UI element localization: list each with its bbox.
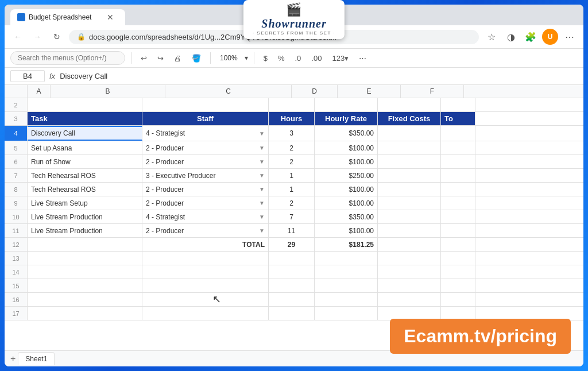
more-options-icon[interactable]: ⋯ bbox=[562, 29, 578, 45]
forward-button[interactable]: → bbox=[30, 29, 45, 44]
cell-rate-8[interactable]: $100.00 bbox=[315, 183, 378, 196]
cell-total-5[interactable] bbox=[441, 141, 475, 154]
cell-c15[interactable] bbox=[142, 279, 269, 292]
cell-hours-9[interactable]: 2 bbox=[269, 196, 315, 210]
cell-total-10[interactable] bbox=[441, 210, 475, 223]
dropdown-icon-10[interactable]: ▼ bbox=[259, 214, 265, 220]
cell-f13[interactable] bbox=[378, 252, 441, 265]
cell-d15[interactable] bbox=[269, 279, 315, 292]
cell-hours-8[interactable]: 1 bbox=[269, 183, 315, 196]
cell-hours-7[interactable]: 1 bbox=[269, 169, 315, 182]
zoom-selector[interactable]: 100% bbox=[216, 53, 241, 63]
cell-d3-hours-header[interactable]: Hours bbox=[269, 112, 315, 125]
cell-d2[interactable] bbox=[269, 98, 315, 111]
decimal-btn-2[interactable]: .00 bbox=[308, 52, 325, 64]
cell-total-4[interactable] bbox=[441, 126, 475, 141]
cell-b17[interactable] bbox=[28, 307, 142, 320]
cell-e16[interactable] bbox=[315, 293, 378, 306]
cell-task-11[interactable]: Live Stream Production bbox=[28, 224, 142, 237]
zoom-chevron[interactable]: ▾ bbox=[245, 54, 248, 62]
back-button[interactable]: ← bbox=[10, 29, 25, 44]
cell-task-4[interactable]: Discovery Call bbox=[28, 126, 142, 141]
cell-c17[interactable] bbox=[142, 307, 269, 320]
cell-fixed-5[interactable] bbox=[378, 141, 441, 154]
col-header-f[interactable]: F bbox=[401, 85, 464, 98]
tab-close-btn[interactable]: ✕ bbox=[107, 13, 114, 22]
dropdown-icon-7[interactable]: ▼ bbox=[259, 172, 265, 179]
cell-rate-4[interactable]: $350.00 bbox=[315, 126, 378, 141]
cell-e2[interactable] bbox=[315, 98, 378, 111]
cell-b16[interactable] bbox=[28, 293, 142, 306]
cell-total-label[interactable]: TOTAL bbox=[142, 238, 269, 251]
cell-f3-fixed-header[interactable]: Fixed Costs bbox=[378, 112, 441, 125]
cell-reference[interactable]: B4 bbox=[10, 70, 45, 82]
cell-task-9[interactable]: Live Stream Setup bbox=[28, 196, 142, 210]
cell-fixed-6[interactable] bbox=[378, 155, 441, 168]
cell-rate-7[interactable]: $250.00 bbox=[315, 169, 378, 182]
cell-staff-7[interactable]: 3 - Executive Producer ▼ bbox=[142, 169, 269, 182]
col-header-e[interactable]: E bbox=[338, 85, 401, 98]
add-sheet-button[interactable]: + bbox=[10, 354, 16, 364]
bookmark-icon[interactable]: ☆ bbox=[483, 29, 500, 45]
cell-staff-6[interactable]: 2 - Producer ▼ bbox=[142, 155, 269, 168]
cell-e13[interactable] bbox=[315, 252, 378, 265]
cell-c16[interactable] bbox=[142, 293, 269, 306]
cell-g15[interactable] bbox=[441, 279, 475, 292]
cell-g16[interactable] bbox=[441, 293, 475, 306]
cell-total-8[interactable] bbox=[441, 183, 475, 196]
theme-icon[interactable]: ◑ bbox=[503, 29, 519, 45]
cell-c3-staff-header[interactable]: Staff bbox=[142, 112, 269, 125]
cell-hours-4[interactable]: 3 bbox=[269, 126, 315, 141]
active-tab[interactable]: Budget Spreadsheet ✕ bbox=[10, 9, 125, 25]
cell-g3-total-header[interactable]: To bbox=[441, 112, 475, 125]
cell-task-10[interactable]: Live Stream Production bbox=[28, 210, 142, 223]
cell-total-7[interactable] bbox=[441, 169, 475, 182]
cell-c2[interactable] bbox=[142, 98, 269, 111]
cell-b12[interactable] bbox=[28, 238, 142, 251]
cell-g13[interactable] bbox=[441, 252, 475, 265]
cell-total-6[interactable] bbox=[441, 155, 475, 168]
cell-b3-task-header[interactable]: Task bbox=[28, 112, 142, 125]
cell-g2[interactable] bbox=[441, 98, 475, 111]
undo-button[interactable]: ↩ bbox=[137, 52, 150, 64]
redo-button[interactable]: ↪ bbox=[154, 52, 167, 64]
formula-input[interactable] bbox=[60, 72, 578, 80]
extensions-icon[interactable]: 🧩 bbox=[523, 29, 539, 45]
cell-g12[interactable] bbox=[441, 238, 475, 251]
dropdown-icon-8[interactable]: ▼ bbox=[259, 186, 265, 192]
cell-rate-6[interactable]: $100.00 bbox=[315, 155, 378, 168]
cell-total-9[interactable] bbox=[441, 196, 475, 210]
cell-b2[interactable] bbox=[28, 98, 142, 111]
cell-fixed-8[interactable] bbox=[378, 183, 441, 196]
more-toolbar-button[interactable]: ⋯ bbox=[355, 52, 370, 64]
cell-b14[interactable] bbox=[28, 265, 142, 279]
cell-staff-11[interactable]: 2 - Producer ▼ bbox=[142, 224, 269, 237]
print-button[interactable]: 🖨 bbox=[171, 52, 185, 64]
dropdown-icon-4[interactable]: ▼ bbox=[259, 130, 265, 137]
cell-f2[interactable] bbox=[378, 98, 441, 111]
cell-task-7[interactable]: Tech Rehearsal ROS bbox=[28, 169, 142, 182]
cell-staff-8[interactable]: 2 - Producer ▼ bbox=[142, 183, 269, 196]
sheets-search-input[interactable] bbox=[10, 51, 125, 65]
cell-task-8[interactable]: Tech Rehearsal ROS bbox=[28, 183, 142, 196]
cell-d17[interactable] bbox=[269, 307, 315, 320]
cell-fixed-4[interactable] bbox=[378, 126, 441, 141]
cell-f15[interactable] bbox=[378, 279, 441, 292]
cell-staff-9[interactable]: 2 - Producer ▼ bbox=[142, 196, 269, 210]
profile-avatar[interactable]: U bbox=[542, 29, 558, 45]
cell-e14[interactable] bbox=[315, 265, 378, 279]
cell-total-hours[interactable]: 29 bbox=[269, 238, 315, 251]
dropdown-icon-11[interactable]: ▼ bbox=[259, 227, 265, 234]
cell-hours-6[interactable]: 2 bbox=[269, 155, 315, 168]
cell-rate-10[interactable]: $350.00 bbox=[315, 210, 378, 223]
cell-hours-11[interactable]: 11 bbox=[269, 224, 315, 237]
cell-hours-5[interactable]: 2 bbox=[269, 141, 315, 154]
format-123-button[interactable]: 123▾ bbox=[328, 52, 352, 64]
cell-d14[interactable] bbox=[269, 265, 315, 279]
cell-e3-rate-header[interactable]: Hourly Rate bbox=[315, 112, 378, 125]
dropdown-icon-9[interactable]: ▼ bbox=[259, 200, 265, 206]
col-header-b[interactable]: B bbox=[51, 85, 165, 98]
cell-hours-10[interactable]: 7 bbox=[269, 210, 315, 223]
currency-button[interactable]: $ bbox=[260, 52, 271, 64]
cell-f16[interactable] bbox=[378, 293, 441, 306]
